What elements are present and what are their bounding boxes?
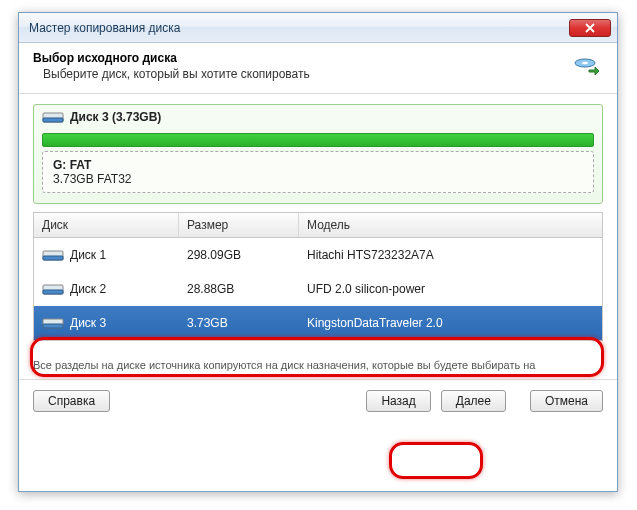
table-row[interactable]: Диск 228.88GBUFD 2.0 silicon-power [34, 272, 602, 306]
cell-size: 298.09GB [179, 243, 299, 267]
partition-name: G: FAT [53, 158, 583, 172]
cell-model: UFD 2.0 silicon-power [299, 277, 602, 301]
cell-disk: Диск 1 [70, 248, 106, 262]
copy-disk-icon [571, 51, 603, 83]
cell-model: KingstonDataTraveler 2.0 [299, 311, 602, 335]
hdd-icon [42, 315, 64, 331]
titlebar: Мастер копирования диска [19, 13, 617, 43]
wizard-body: Диск 3 (3.73GB) G: FAT 3.73GB FAT32 Диск… [19, 94, 617, 351]
table-body: Диск 1298.09GBHitachi HTS723232A7AДиск 2… [34, 238, 602, 340]
cell-disk: Диск 3 [70, 316, 106, 330]
disk-panel-title: Диск 3 (3.73GB) [70, 110, 161, 124]
wizard-window: Мастер копирования диска Выбор исходного… [18, 12, 618, 492]
svg-rect-9 [43, 324, 63, 328]
col-header-disk[interactable]: Диск [34, 213, 179, 237]
svg-point-1 [582, 62, 588, 64]
footer-hint: Все разделы на диске источника копируютс… [19, 351, 617, 373]
hdd-icon [42, 281, 64, 297]
selected-disk-panel: Диск 3 (3.73GB) G: FAT 3.73GB FAT32 [33, 104, 603, 204]
page-subtitle: Выберите диск, который вы хотите скопиро… [33, 67, 310, 81]
table-row[interactable]: Диск 33.73GBKingstonDataTraveler 2.0 [34, 306, 602, 340]
cancel-button[interactable]: Отмена [530, 390, 603, 412]
col-header-size[interactable]: Размер [179, 213, 299, 237]
table-header: Диск Размер Модель [34, 213, 602, 238]
close-icon [585, 23, 595, 33]
svg-rect-3 [43, 118, 63, 122]
disk-table: Диск Размер Модель Диск 1298.09GBHitachi… [33, 212, 603, 341]
table-row[interactable]: Диск 1298.09GBHitachi HTS723232A7A [34, 238, 602, 272]
col-header-model[interactable]: Модель [299, 213, 602, 237]
wizard-header: Выбор исходного диска Выберите диск, кот… [19, 43, 617, 94]
hdd-icon [42, 109, 64, 125]
page-title: Выбор исходного диска [33, 51, 310, 65]
hdd-icon [42, 247, 64, 263]
cell-size: 3.73GB [179, 311, 299, 335]
back-button[interactable]: Назад [366, 390, 430, 412]
svg-rect-7 [43, 290, 63, 294]
help-button[interactable]: Справка [33, 390, 110, 412]
close-button[interactable] [569, 19, 611, 37]
svg-rect-5 [43, 256, 63, 260]
partition-detail: 3.73GB FAT32 [53, 172, 583, 186]
next-button[interactable]: Далее [441, 390, 506, 412]
cell-size: 28.88GB [179, 277, 299, 301]
partition-box: G: FAT 3.73GB FAT32 [42, 151, 594, 193]
button-bar: Справка Назад Далее Отмена [19, 380, 617, 424]
cell-model: Hitachi HTS723232A7A [299, 243, 602, 267]
disk-usage-bar [42, 133, 594, 147]
window-title: Мастер копирования диска [29, 21, 569, 35]
cell-disk: Диск 2 [70, 282, 106, 296]
